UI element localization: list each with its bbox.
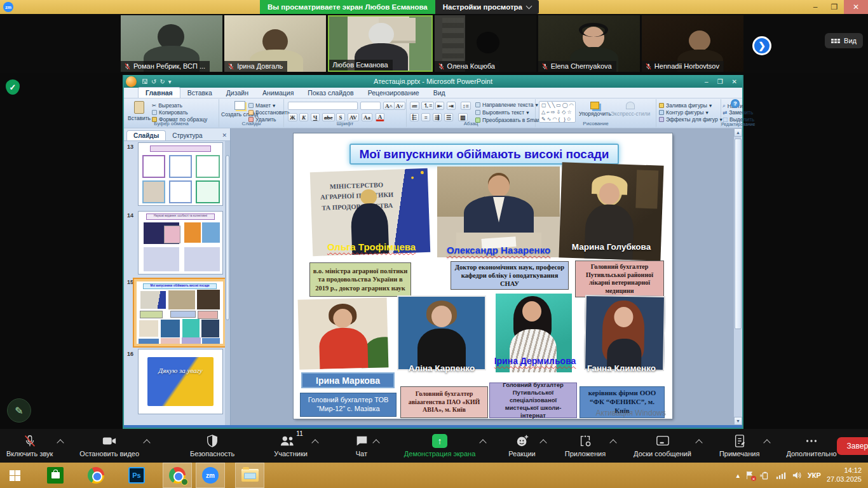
ppt-title-bar[interactable]: 🖫 ↺ ↻ ▾ Атестація.pptx - Microsoft Power…: [124, 75, 742, 88]
slide-canvas[interactable]: Мої випускники обіймають високі посади М…: [294, 133, 672, 419]
grow-font-button[interactable]: A˄: [383, 102, 395, 110]
minimize-button[interactable]: –: [806, 0, 825, 14]
notes-button[interactable]: Примечания: [719, 434, 760, 458]
zoom-toolbar: Включить звук Остановить видео Безопасно…: [0, 429, 868, 463]
tray-volume-icon[interactable]: [792, 471, 802, 480]
participant-tile-active[interactable]: Любов Есманова: [328, 15, 432, 72]
chat-chevron[interactable]: [372, 439, 379, 446]
panel-scrollbar[interactable]: [225, 141, 230, 425]
reactions-button[interactable]: Реакции: [508, 434, 536, 458]
replace-button[interactable]: ⇄Заменить: [722, 109, 753, 116]
taskbar-clock[interactable]: 14:12 27.03.2025: [827, 466, 862, 484]
panel-tab-slides[interactable]: Слайды: [126, 130, 166, 140]
slide-thumbnail-15-selected[interactable]: Мої випускники обіймають високі посади: [133, 278, 227, 348]
text-direction-button[interactable]: Направление текста ▾: [475, 102, 538, 108]
ppt-maximize-button[interactable]: ❐: [717, 78, 723, 85]
taskbar-explorer-icon[interactable]: [235, 463, 264, 488]
slide-thumbnail-13[interactable]: [138, 142, 223, 206]
unmute-button[interactable]: Включить звук: [6, 434, 53, 458]
paste-button[interactable]: Вставить: [128, 101, 151, 121]
tab-home[interactable]: Главная: [138, 87, 180, 98]
whiteboards-button[interactable]: Доски сообщений: [634, 434, 691, 458]
tray-battery-icon[interactable]: [760, 471, 770, 480]
language-indicator[interactable]: УКР: [808, 471, 821, 479]
apps-chevron[interactable]: [609, 439, 616, 446]
end-meeting-button[interactable]: Завершение: [837, 437, 868, 455]
scroll-up-button[interactable]: ▲: [734, 128, 742, 137]
copy-button[interactable]: Копировать: [152, 109, 188, 116]
decrease-indent-button[interactable]: ⇤: [435, 102, 444, 110]
align-text-button[interactable]: Выровнять текст ▾: [475, 109, 529, 116]
help-button[interactable]: ?: [731, 99, 740, 108]
tray-expand-icon[interactable]: ▴: [736, 471, 740, 480]
taskbar-chrome-active-icon[interactable]: [163, 463, 192, 488]
participant-tile[interactable]: Олена Коцюба: [435, 15, 536, 72]
annotate-pencil-button[interactable]: ✎: [7, 398, 31, 423]
panel-tab-outline[interactable]: Структура: [166, 131, 208, 140]
tab-design[interactable]: Дизайн: [219, 88, 255, 98]
participant-tile[interactable]: Hennadii Horbovtsov: [642, 15, 743, 72]
scroll-down-button[interactable]: ▼: [734, 417, 742, 425]
slide-thumbnail-14[interactable]: Наукові видання: особисті та колективні: [138, 211, 223, 274]
taskbar-photoshop-icon[interactable]: Ps: [122, 463, 151, 488]
notes-chevron[interactable]: [764, 439, 771, 446]
ppt-close-button[interactable]: ✕: [732, 78, 737, 85]
share-screen-button[interactable]: ↑ Демонстрация экрана: [404, 434, 475, 458]
start-button[interactable]: [0, 463, 29, 488]
tab-view[interactable]: Вид: [426, 88, 452, 98]
whiteboards-chevron[interactable]: [695, 439, 702, 446]
font-size-combobox[interactable]: [360, 102, 381, 110]
bullets-button[interactable]: ≔: [410, 102, 419, 110]
participant-tile[interactable]: Ірина Довгаль: [224, 15, 326, 72]
tab-animation[interactable]: Анимация: [255, 88, 301, 98]
security-button[interactable]: Безопасность: [190, 434, 234, 458]
increase-indent-button[interactable]: ⇥: [447, 102, 456, 110]
graduate-name: Марина Голубкова: [560, 242, 662, 252]
taskbar-store-icon[interactable]: [41, 463, 70, 488]
participants-button[interactable]: 11 Участники: [274, 434, 308, 458]
shapes-gallery[interactable]: ▢╲╲▭◯◠△⌐⇨⇩◇☆✎∿◠{ }✩: [539, 101, 576, 123]
shape-fill-button[interactable]: Заливка фигуры ▾: [659, 102, 712, 109]
taskbar-zoom-icon[interactable]: zm: [196, 463, 225, 488]
numbering-button[interactable]: ⒈≡: [421, 102, 434, 110]
shape-outline-button[interactable]: Контур фигуры ▾: [659, 109, 709, 116]
view-settings-button[interactable]: Настройки просмотра: [435, 0, 539, 14]
next-participants-button[interactable]: ❯: [752, 36, 771, 55]
cut-button[interactable]: ✂Вырезать: [152, 102, 182, 109]
tray-flag-icon[interactable]: ✕: [745, 471, 754, 480]
share-chevron[interactable]: [480, 439, 487, 446]
participant-tile[interactable]: Elena Chernyakova: [538, 15, 640, 72]
participant-tile[interactable]: Роман Ребрик, ВСП ...: [121, 15, 222, 72]
close-button[interactable]: ✕: [844, 0, 868, 14]
shrink-font-button[interactable]: A˅: [394, 102, 405, 110]
participants-chevron[interactable]: [311, 439, 318, 446]
reactions-chevron[interactable]: [539, 439, 546, 446]
tray-network-icon[interactable]: [776, 471, 786, 480]
maximize-button[interactable]: ❐: [825, 0, 844, 14]
taskbar-chrome-icon[interactable]: [81, 463, 111, 488]
shape-effects-button[interactable]: Эффекты для фигур ▾: [659, 116, 722, 123]
tab-insert[interactable]: Вставка: [180, 88, 219, 98]
video-options-chevron[interactable]: [143, 439, 150, 446]
slide-thumbnail-16[interactable]: Дякую за увагу: [138, 349, 223, 414]
view-layout-button[interactable]: Вид: [825, 33, 863, 48]
stop-video-button[interactable]: Остановить видео: [79, 434, 139, 458]
viewing-screen-banner: Вы просматриваете экран Любов Есманова: [260, 0, 435, 14]
audio-options-chevron[interactable]: [57, 439, 64, 446]
layout-button[interactable]: Макет ▾: [248, 102, 275, 109]
quick-styles-button[interactable]: Экспресс-стили: [611, 102, 650, 117]
line-spacing-button[interactable]: ↕≡: [461, 102, 471, 110]
tab-review[interactable]: Рецензирование: [361, 88, 426, 98]
scroll-thumb[interactable]: [735, 139, 742, 329]
more-button[interactable]: Дополнительно: [786, 434, 836, 458]
font-name-combobox[interactable]: [288, 102, 358, 110]
panel-close-icon[interactable]: ✕: [222, 132, 227, 139]
chat-button[interactable]: Чат: [355, 434, 369, 458]
graduate-name: Олександр Назаренко: [437, 245, 560, 255]
ppt-minimize-button[interactable]: –: [705, 78, 709, 85]
tab-slideshow[interactable]: Показ слайдов: [301, 88, 360, 98]
photoshop-label: Ps: [128, 467, 145, 484]
arrange-button[interactable]: Упорядочить: [579, 102, 611, 117]
apps-button[interactable]: Приложения: [565, 434, 606, 458]
editor-scrollbar[interactable]: ▲ ▼: [734, 128, 742, 425]
